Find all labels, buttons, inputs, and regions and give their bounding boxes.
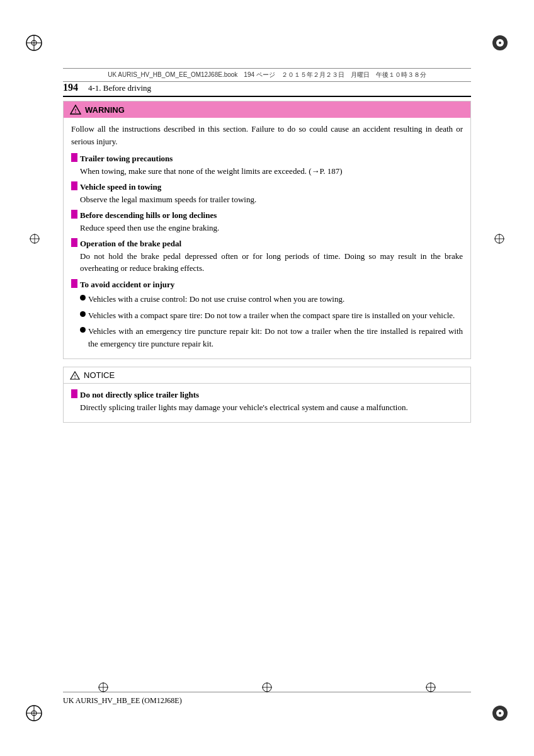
section-body-brake-pedal: Do not hold the brake pedal depressed of…	[80, 250, 463, 275]
notice-triangle-icon: !	[70, 371, 80, 380]
file-info-text: UK AURIS_HV_HB_OM_EE_OM12J68E.book 194 ペ…	[108, 71, 426, 79]
section-marker-icon	[71, 153, 77, 162]
notice-body: Do not directly splice trailer lights Di…	[64, 384, 470, 422]
section-title-trailer-towing: Trailer towing precautions	[71, 152, 463, 165]
page-number: 194	[63, 82, 78, 93]
notice-header: ! NOTICE	[64, 367, 470, 384]
page-header: 194 4-1. Before driving	[63, 82, 471, 97]
corner-mark-bl	[24, 703, 44, 723]
crosshair-bottom-center	[261, 682, 273, 693]
notice-box: ! NOTICE Do not directly splice trailer …	[63, 367, 471, 423]
section-title-vehicle-speed: Vehicle speed in towing	[71, 181, 463, 193]
svg-point-13	[499, 712, 501, 714]
bullet-text: Vehicles with a compact spare tire: Do n…	[88, 309, 455, 322]
section-title-brake-pedal: Operation of the brake pedal	[71, 238, 463, 250]
section-vehicle-speed: Vehicle speed in towing Observe the lega…	[71, 181, 463, 205]
corner-mark-tl	[24, 33, 44, 53]
section-title-splice-lights: Do not directly splice trailer lights	[71, 389, 463, 401]
crosshair-bottom-right	[425, 682, 436, 693]
section-trailer-towing: Trailer towing precautions When towing, …	[71, 152, 463, 177]
section-avoid-accident: To avoid accident or injury Vehicles wit…	[71, 278, 463, 350]
section-body-descending-hills: Reduce speed then use the engine braking…	[80, 222, 463, 234]
file-info-bar: UK AURIS_HV_HB_OM_EE_OM12J68E.book 194 ペ…	[63, 68, 471, 82]
section-body-vehicle-speed: Observe the legal maximum speeds for tra…	[80, 193, 463, 206]
warning-header: ! WARNING	[64, 101, 470, 118]
warning-intro: Follow all the instructions described in…	[71, 123, 463, 147]
bullet-list-avoid-accident: Vehicles with a cruise control: Do not u…	[80, 293, 463, 350]
bullet-dot-icon	[80, 295, 86, 301]
section-body-splice-lights: Directly splicing trailer lights may dam…	[80, 401, 463, 414]
footer-text: UK AURIS_HV_HB_EE (OM12J68E)	[63, 696, 182, 705]
section-marker-icon	[71, 210, 77, 219]
section-body-trailer-towing: When towing, make sure that none of the …	[80, 165, 463, 178]
warning-body: Follow all the instructions described in…	[64, 118, 470, 358]
section-title-descending-hills: Before descending hills or long declines	[71, 209, 463, 222]
bullet-text: Vehicles with a cruise control: Do not u…	[88, 293, 344, 306]
section-title-avoid-accident: To avoid accident or injury	[71, 278, 463, 291]
content-area: ! WARNING Follow all the instructions de…	[63, 101, 471, 680]
crosshair-left	[29, 233, 40, 244]
corner-mark-tr	[490, 33, 510, 53]
section-brake-pedal: Operation of the brake pedal Do not hold…	[71, 238, 463, 275]
warning-label: WARNING	[85, 105, 125, 115]
page-section: 4-1. Before driving	[88, 83, 151, 93]
list-item: Vehicles with an emergency tire puncture…	[80, 325, 463, 350]
section-splice-lights: Do not directly splice trailer lights Di…	[71, 389, 463, 413]
page: UK AURIS_HV_HB_OM_EE_OM12J68E.book 194 ペ…	[0, 0, 534, 756]
svg-text:!: !	[74, 374, 76, 379]
svg-text:!: !	[75, 108, 77, 114]
section-marker-icon	[71, 279, 77, 288]
section-descending-hills: Before descending hills or long declines…	[71, 209, 463, 234]
crosshair-bottom-left	[98, 682, 109, 693]
list-item: Vehicles with a cruise control: Do not u…	[80, 293, 463, 306]
footer: UK AURIS_HV_HB_EE (OM12J68E)	[63, 692, 471, 706]
section-marker-icon	[71, 238, 77, 247]
bullet-dot-icon	[80, 327, 86, 333]
list-item: Vehicles with a compact spare tire: Do n…	[80, 309, 463, 322]
corner-mark-br	[490, 703, 510, 723]
bullet-text: Vehicles with an emergency tire puncture…	[88, 325, 463, 350]
bullet-dot-icon	[80, 311, 86, 317]
warning-box: ! WARNING Follow all the instructions de…	[63, 101, 471, 359]
section-marker-icon	[71, 181, 77, 190]
crosshair-right	[494, 233, 505, 244]
notice-label: NOTICE	[84, 370, 115, 380]
svg-point-6	[499, 42, 501, 44]
warning-triangle-icon: !	[70, 105, 81, 115]
section-marker-icon	[71, 389, 77, 398]
